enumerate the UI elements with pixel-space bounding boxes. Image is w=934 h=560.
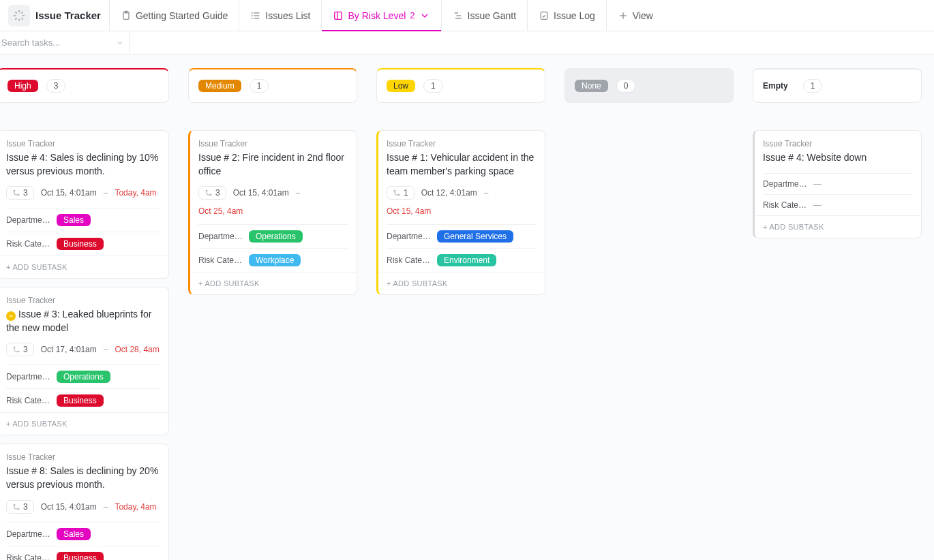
field-risk-category: Risk Categ… Business <box>6 232 160 255</box>
card-dates: 3 Oct 15, 4:01am – Oct 25, 4am <box>198 186 348 216</box>
subtask-count-value: 1 <box>404 188 408 198</box>
department-tag[interactable]: General Services <box>437 230 513 243</box>
date-separator: – <box>104 345 108 354</box>
svg-point-15 <box>252 18 252 18</box>
field-label: Risk Categ… <box>387 255 432 265</box>
chevron-down-icon <box>419 10 430 21</box>
svg-point-28 <box>18 351 19 352</box>
subtask-count[interactable]: 3 <box>198 186 226 200</box>
column-header[interactable]: Empty 1 <box>753 68 922 103</box>
card-dates: 1 Oct 12, 4:01am – Oct 15, 4am <box>387 186 537 216</box>
chevron-down-icon[interactable] <box>116 38 123 48</box>
start-date: Oct 17, 4:01am <box>41 345 97 354</box>
issue-card[interactable]: Issue Tracker Issue # 1: Vehicular accid… <box>376 130 545 295</box>
field-department: Department: Sales <box>6 522 160 546</box>
add-subtask-button[interactable]: ADD SUBTASK <box>190 272 357 294</box>
svg-point-14 <box>252 15 252 16</box>
column-header[interactable]: Medium 1 <box>188 68 357 103</box>
tab-issues-list[interactable]: Issues List <box>239 0 321 31</box>
subtask-icon <box>12 503 20 511</box>
risk-tag[interactable]: Business <box>57 552 104 560</box>
gantt-icon <box>453 10 464 21</box>
column-header[interactable]: Low 1 <box>376 68 545 103</box>
field-department: Department: Operations <box>6 364 160 388</box>
field-label: Department: <box>198 232 243 241</box>
loader-icon <box>13 10 25 22</box>
add-subtask-button[interactable]: ADD SUBTASK <box>755 215 921 238</box>
empty-value: — <box>813 200 822 210</box>
start-date: Oct 15, 4:01am <box>41 502 97 512</box>
add-subtask-button[interactable]: ADD SUBTASK <box>0 412 168 435</box>
start-date: Oct 15, 4:01am <box>41 188 97 198</box>
svg-point-33 <box>394 190 395 191</box>
svg-point-29 <box>14 504 15 505</box>
department-tag[interactable]: Sales <box>57 528 91 540</box>
search-row <box>0 31 934 55</box>
risk-tag[interactable]: Environment <box>437 254 496 266</box>
card-project: Issue Tracker <box>6 452 160 462</box>
date-separator: – <box>104 188 108 198</box>
subtask-count[interactable]: 1 <box>387 186 415 200</box>
risk-level-chip: Low <box>387 80 415 92</box>
column-header[interactable]: High 3 <box>0 68 169 103</box>
svg-rect-16 <box>335 12 342 19</box>
subtask-count[interactable]: 3 <box>6 186 34 200</box>
search-input[interactable] <box>1 37 116 48</box>
card-title: Issue # 3: Leaked blueprints for the new… <box>6 308 160 335</box>
project-title-block: Issue Tracker <box>0 0 109 31</box>
search-box[interactable] <box>0 31 130 54</box>
issue-card[interactable]: Issue Tracker Issue # 8: Sales is declin… <box>0 444 169 560</box>
due-date: Oct 15, 4am <box>387 206 431 216</box>
card-project: Issue Tracker <box>198 139 348 149</box>
add-subtask-button[interactable]: ADD SUBTASK <box>378 272 545 294</box>
card-dates: 3 Oct 15, 4:01am – Today, 4am <box>6 186 160 200</box>
svg-line-4 <box>16 12 17 13</box>
add-subtask-button[interactable]: ADD SUBTASK <box>0 255 168 278</box>
subtask-icon <box>12 189 20 197</box>
card-title: Issue # 4: Website down <box>763 151 913 165</box>
field-label: Department: <box>387 232 432 241</box>
department-tag[interactable]: Operations <box>249 230 303 243</box>
department-tag[interactable]: Sales <box>57 214 91 226</box>
tab-issue-log[interactable]: Issue Log <box>527 0 606 31</box>
due-date: Oct 25, 4am <box>198 206 243 216</box>
svg-line-6 <box>16 18 17 19</box>
tab-add-view[interactable]: View <box>606 0 664 31</box>
tab-issue-gantt[interactable]: Issue Gantt <box>441 0 528 31</box>
due-date: Oct 28, 4am <box>115 345 159 354</box>
field-label: Risk Categ… <box>6 239 51 249</box>
list-icon <box>250 10 261 21</box>
risk-tag[interactable]: Business <box>57 394 104 407</box>
issue-card[interactable]: Issue Tracker Issue # 4: Sales is declin… <box>0 130 169 279</box>
field-risk-category: Risk Categ… Business <box>6 388 160 412</box>
subtask-count[interactable]: 3 <box>6 500 34 514</box>
tab-by-risk-level[interactable]: By Risk Level 2 <box>321 0 440 31</box>
field-risk-category: Risk Categ… Workplace <box>198 248 348 272</box>
column-count: 1 <box>803 79 823 93</box>
field-label: Risk Categ… <box>6 553 51 560</box>
column-high: High 3 Issue Tracker Issue # 4: Sales is… <box>0 68 169 560</box>
risk-level-chip: Empty <box>763 80 795 92</box>
card-dates: 3 Oct 15, 4:01am – Today, 4am <box>6 500 160 514</box>
svg-line-5 <box>22 18 23 19</box>
issue-card[interactable]: Issue Tracker Issue # 4: Website down De… <box>753 130 922 238</box>
kanban-board: High 3 Issue Tracker Issue # 4: Sales is… <box>0 55 934 560</box>
card-title: Issue # 1: Vehicular accident in the tea… <box>387 151 537 178</box>
issue-card[interactable]: Issue Tracker Issue # 3: Leaked blueprin… <box>0 287 169 435</box>
column-header[interactable]: None 0 <box>564 68 734 103</box>
svg-point-34 <box>398 194 400 196</box>
tab-getting-started-guide[interactable]: Getting Started Guide <box>109 0 239 31</box>
risk-tag[interactable]: Workplace <box>249 254 301 266</box>
field-department: Department: Operations <box>198 224 348 248</box>
due-date: Today, 4am <box>115 188 156 198</box>
subtask-count-value: 3 <box>23 345 28 354</box>
column-count: 0 <box>616 79 636 93</box>
subtask-count-value: 3 <box>23 188 28 198</box>
topbar: Issue Tracker Getting Started Guide Issu… <box>0 0 934 31</box>
issue-card[interactable]: Issue Tracker Issue # 2: Fire incident i… <box>188 130 357 295</box>
subtask-count[interactable]: 3 <box>6 343 34 356</box>
card-title: Issue # 4: Sales is declining by 10% ver… <box>6 151 160 178</box>
department-tag[interactable]: Operations <box>57 371 110 383</box>
tab-count: 2 <box>410 10 415 20</box>
risk-tag[interactable]: Business <box>57 238 104 250</box>
